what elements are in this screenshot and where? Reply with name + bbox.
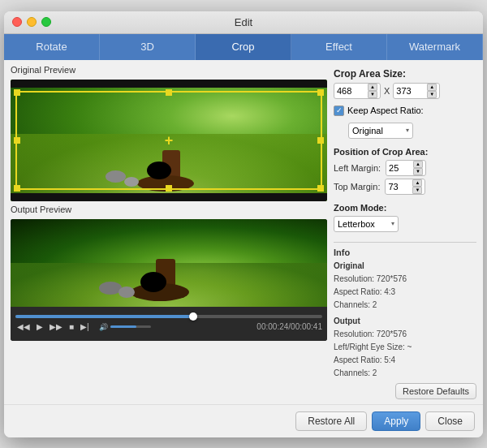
output-group-title: Output bbox=[334, 315, 476, 328]
window-controls bbox=[12, 17, 51, 27]
width-step-down[interactable]: ▼ bbox=[368, 91, 377, 98]
fast-forward-button[interactable]: ▶▶ bbox=[48, 321, 64, 332]
crop-area-section: Crop Area Size: 468 ▲ ▼ X 373 ▲ bbox=[334, 68, 476, 99]
zoom-dropdown[interactable]: Letterbox ▾ bbox=[334, 216, 399, 232]
left-margin-label: Left Margin: bbox=[334, 163, 381, 173]
original-preview-label: Original Preview bbox=[11, 65, 327, 75]
skip-end-button[interactable]: ▶| bbox=[79, 321, 91, 332]
title-bar: Edit bbox=[4, 11, 483, 34]
progress-track[interactable] bbox=[15, 315, 322, 318]
skip-back-button[interactable]: ◀◀ bbox=[15, 321, 32, 332]
zoom-section: Zoom Mode: Letterbox ▾ bbox=[334, 203, 476, 232]
tab-rotate[interactable]: Rotate bbox=[4, 34, 100, 60]
output-aspect: Aspect Ratio: 5:4 bbox=[334, 354, 476, 367]
height-step-up[interactable]: ▲ bbox=[427, 84, 437, 91]
tab-3d[interactable]: 3D bbox=[100, 34, 196, 60]
aspect-dropdown-arrow: ▾ bbox=[406, 127, 409, 134]
top-margin-value: 73 bbox=[388, 182, 398, 192]
time-display: 00:00:24/00:00:41 bbox=[256, 322, 322, 331]
bottom-bar: Restore All Apply Close bbox=[4, 404, 483, 437]
width-step-up[interactable]: ▲ bbox=[368, 84, 377, 91]
play-button[interactable]: ▶ bbox=[35, 321, 45, 332]
crop-height-value: 373 bbox=[396, 86, 411, 96]
edit-window: Edit Rotate 3D Crop Effect Watermark Ori… bbox=[4, 11, 483, 437]
position-section: Position of Crop Area: Left Margin: 25 ▲… bbox=[334, 147, 476, 195]
playback-bar: ◀◀ ▶ ▶▶ ■ ▶| 🔊 00:00:24/00:00:41 bbox=[11, 307, 327, 341]
output-lr-eye: Left/Right Eye Size: ~ bbox=[334, 341, 476, 354]
size-separator: X bbox=[384, 86, 390, 96]
original-preview: + bbox=[11, 80, 327, 201]
crop-width-value: 468 bbox=[337, 86, 351, 96]
left-margin-up[interactable]: ▲ bbox=[413, 161, 423, 168]
output-channels: Channels: 2 bbox=[334, 367, 476, 380]
height-step-down[interactable]: ▼ bbox=[427, 91, 437, 98]
stop-button[interactable]: ■ bbox=[67, 321, 75, 332]
zoom-title: Zoom Mode: bbox=[334, 203, 476, 213]
tab-crop[interactable]: Crop bbox=[196, 34, 291, 60]
aspect-dropdown[interactable]: Original ▾ bbox=[348, 123, 413, 139]
original-channels: Channels: 2 bbox=[334, 299, 476, 312]
keep-aspect-checkbox[interactable]: ✓ bbox=[334, 106, 344, 116]
original-resolution: Resolution: 720*576 bbox=[334, 273, 476, 286]
position-title: Position of Crop Area: bbox=[334, 147, 476, 157]
info-block: Original Resolution: 720*576 Aspect Rati… bbox=[334, 260, 476, 380]
apply-button[interactable]: Apply bbox=[372, 411, 420, 431]
window-title: Edit bbox=[235, 16, 252, 28]
keep-aspect-label: Keep Aspect Ratio: bbox=[347, 106, 424, 115]
top-margin-down[interactable]: ▼ bbox=[412, 187, 422, 194]
top-margin-up[interactable]: ▲ bbox=[412, 179, 422, 187]
restore-defaults-button[interactable]: Restore Defaults bbox=[395, 383, 476, 399]
left-margin-down[interactable]: ▼ bbox=[413, 168, 423, 175]
volume-control: 🔊 bbox=[99, 323, 151, 331]
crop-area-title: Crop Area Size: bbox=[334, 68, 476, 80]
maximize-window-button[interactable] bbox=[41, 17, 51, 27]
original-group-title: Original bbox=[334, 260, 476, 273]
output-preview: ◀◀ ▶ ▶▶ ■ ▶| 🔊 00:00:24/00:00:41 bbox=[11, 219, 327, 341]
close-window-button[interactable] bbox=[12, 17, 22, 27]
minimize-window-button[interactable] bbox=[27, 17, 37, 27]
top-margin-label: Top Margin: bbox=[334, 182, 380, 192]
info-title: Info bbox=[334, 248, 476, 257]
tab-watermark[interactable]: Watermark bbox=[387, 34, 483, 60]
tab-effect[interactable]: Effect bbox=[291, 34, 387, 60]
right-panel: Crop Area Size: 468 ▲ ▼ X 373 ▲ bbox=[334, 65, 476, 399]
output-preview-label: Output Preview bbox=[11, 205, 327, 214]
close-button[interactable]: Close bbox=[425, 411, 475, 431]
restore-all-button[interactable]: Restore All bbox=[295, 411, 367, 431]
left-margin-value: 25 bbox=[389, 163, 399, 173]
keep-aspect-row: ✓ Keep Aspect Ratio: bbox=[334, 106, 476, 116]
original-aspect: Aspect Ratio: 4:3 bbox=[334, 286, 476, 299]
zoom-dropdown-arrow: ▾ bbox=[391, 220, 394, 227]
info-section: Info Original Resolution: 720*576 Aspect… bbox=[334, 242, 476, 399]
tabs-row: Rotate 3D Crop Effect Watermark bbox=[4, 34, 483, 60]
output-resolution: Resolution: 720*576 bbox=[334, 328, 476, 341]
